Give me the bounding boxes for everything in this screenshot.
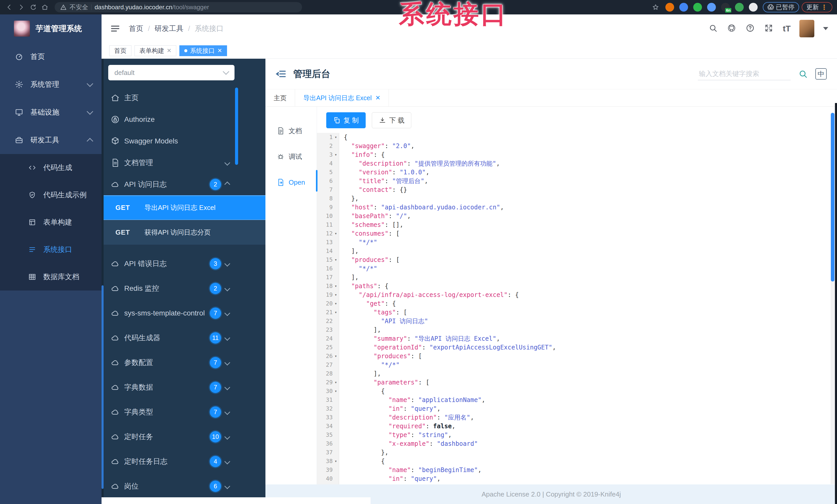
bookmark-star-icon[interactable] <box>651 3 660 12</box>
swagger-group-定时任务[interactable]: 定时任务10 <box>102 425 265 449</box>
line-number[interactable]: 11 <box>317 221 339 229</box>
line-number[interactable]: 8 <box>317 194 339 203</box>
paused-extension-pill[interactable]: 😱 已暂停 <box>763 2 799 12</box>
view-tab-首页[interactable]: 首页 <box>109 45 131 56</box>
update-browser-button[interactable]: 更新 ⋮ <box>802 2 832 12</box>
fold-toggle-icon[interactable]: ▾ <box>333 378 339 387</box>
doc-nav-Open[interactable]: Open <box>265 169 317 195</box>
extension-green-circle-icon[interactable] <box>693 3 702 12</box>
swagger-nav-Authorize[interactable]: Authorize <box>102 109 265 130</box>
line-number[interactable]: 10 <box>317 212 339 221</box>
line-number[interactable]: 33 <box>317 413 339 422</box>
doc-tab-主页[interactable]: 主页 <box>265 89 295 106</box>
line-number[interactable]: 22 <box>317 317 339 325</box>
swagger-group-代码生成器[interactable]: 代码生成器11 <box>102 325 265 350</box>
fold-toggle-icon[interactable]: ▾ <box>333 387 339 396</box>
doc-nav-调试[interactable]: 调试 <box>265 144 317 169</box>
swagger-json-editor[interactable]: 1▾{2 "swagger": "2.0",3▾ "info": {4 "des… <box>317 133 837 484</box>
swagger-nav-文档管理[interactable]: 文档管理 <box>102 152 265 173</box>
fold-toggle-icon[interactable]: ▾ <box>333 150 339 159</box>
sidebar-item-基础设施[interactable]: 基础设施 <box>0 98 102 126</box>
line-number[interactable]: 25 <box>317 343 339 352</box>
search-icon[interactable] <box>709 24 718 34</box>
copy-button[interactable]: 复 制 <box>326 112 366 128</box>
line-number[interactable]: 32 <box>317 404 339 413</box>
swagger-nav-Swagger Models[interactable]: Swagger Models <box>102 130 265 152</box>
line-number[interactable]: 34 <box>317 422 339 431</box>
breadcrumb-item[interactable]: 研发工具 <box>155 24 183 34</box>
api-group-select[interactable]: default <box>108 65 234 80</box>
doc-search-submit-icon[interactable] <box>798 69 808 78</box>
line-number[interactable]: 17 <box>317 273 339 282</box>
line-number[interactable]: 31 <box>317 396 339 404</box>
chevron-down-icon[interactable] <box>823 27 828 30</box>
download-button[interactable]: 下 载 <box>372 112 411 128</box>
help-icon[interactable] <box>746 24 755 34</box>
line-number[interactable]: 19▾ <box>317 291 339 299</box>
hamburger-icon[interactable] <box>110 24 120 34</box>
reload-icon[interactable] <box>28 3 38 12</box>
line-number[interactable]: 9 <box>317 203 339 212</box>
line-number[interactable]: 21▾ <box>317 308 339 317</box>
sidebar-subitem-数据库文档[interactable]: 数据库文档 <box>0 263 102 291</box>
line-number[interactable]: 26▾ <box>317 352 339 360</box>
line-number[interactable]: 20▾ <box>317 299 339 308</box>
line-number[interactable]: 36 <box>317 440 339 448</box>
line-number[interactable]: 29▾ <box>317 378 339 387</box>
sidebar-subitem-代码生成示例[interactable]: 代码生成示例 <box>0 181 102 209</box>
fullscreen-icon[interactable] <box>764 24 774 34</box>
github-icon[interactable] <box>727 24 737 34</box>
sidebar-item-研发工具[interactable]: 研发工具 <box>0 126 102 154</box>
back-icon[interactable] <box>5 3 14 12</box>
close-icon[interactable]: ✕ <box>375 94 380 101</box>
extension-dark-icon[interactable]: 6n <box>721 3 730 12</box>
api-operation-获得API 访问日志分页[interactable]: GET获得API 访问日志分页 <box>102 220 265 245</box>
swagger-panel-scroll-thumb[interactable] <box>235 88 238 165</box>
view-tab-表单构建[interactable]: 表单构建✕ <box>135 45 176 56</box>
line-number[interactable]: 28 <box>317 369 339 378</box>
font-size-icon[interactable]: tT <box>783 24 790 34</box>
fold-toggle-icon[interactable]: ▾ <box>333 133 339 142</box>
line-number[interactable]: 5 <box>317 168 339 177</box>
line-number[interactable]: 30▾ <box>317 387 339 396</box>
line-number[interactable]: 4 <box>317 159 339 168</box>
swagger-group-API 错误日志[interactable]: API 错误日志3 <box>102 251 265 276</box>
line-number[interactable]: 23 <box>317 325 339 334</box>
line-number[interactable]: 18▾ <box>317 282 339 291</box>
swagger-nav-API 访问日志[interactable]: API 访问日志2 <box>102 173 265 195</box>
line-number[interactable]: 3▾ <box>317 150 339 159</box>
sidebar-subitem-表单构建[interactable]: 表单构建 <box>0 209 102 236</box>
api-operation-导出API 访问日志 Excel[interactable]: GET导出API 访问日志 Excel <box>102 195 265 220</box>
line-number[interactable]: 40 <box>317 474 339 483</box>
swagger-group-Redis 监控[interactable]: Redis 监控2 <box>102 276 265 301</box>
swagger-group-sys-sms-template-controller[interactable]: sys-sms-template-controller7 <box>102 301 265 325</box>
doc-tab-导出API 访问日志 Excel[interactable]: 导出API 访问日志 Excel✕ <box>295 89 389 106</box>
doc-search-input[interactable] <box>699 70 789 78</box>
doc-nav-文档[interactable]: 文档 <box>265 118 317 144</box>
line-number[interactable]: 1▾ <box>317 133 339 142</box>
line-number[interactable]: 14 <box>317 247 339 256</box>
breadcrumb-item[interactable]: 首页 <box>129 24 143 34</box>
line-number[interactable]: 38▾ <box>317 457 339 466</box>
doc-search-box[interactable] <box>698 68 790 80</box>
language-zh-icon[interactable]: 中 <box>815 68 827 79</box>
extension-green-leaf-icon[interactable] <box>735 3 744 12</box>
line-number[interactable]: 16 <box>317 264 339 273</box>
line-number[interactable]: 12▾ <box>317 229 339 238</box>
line-number[interactable]: 39 <box>317 466 339 474</box>
fold-toggle-icon[interactable]: ▾ <box>333 352 339 360</box>
avatar[interactable] <box>799 20 814 37</box>
swagger-group-字典数据[interactable]: 字典数据7 <box>102 375 265 400</box>
fold-toggle-icon[interactable]: ▾ <box>333 282 339 291</box>
swagger-group-岗位[interactable]: 岗位6 <box>102 474 265 497</box>
fold-toggle-icon[interactable]: ▾ <box>333 308 339 317</box>
home-icon[interactable] <box>40 3 50 12</box>
collapse-menu-icon[interactable] <box>276 69 287 79</box>
sidebar-subitem-代码生成[interactable]: 代码生成 <box>0 154 102 181</box>
line-number[interactable]: 2 <box>317 142 339 150</box>
fold-toggle-icon[interactable]: ▾ <box>333 299 339 308</box>
doc-scrollbar[interactable] <box>831 113 835 484</box>
line-number[interactable]: 24 <box>317 334 339 343</box>
doc-scroll-thumb[interactable] <box>831 113 834 281</box>
extension-white-star-icon[interactable] <box>749 3 758 12</box>
